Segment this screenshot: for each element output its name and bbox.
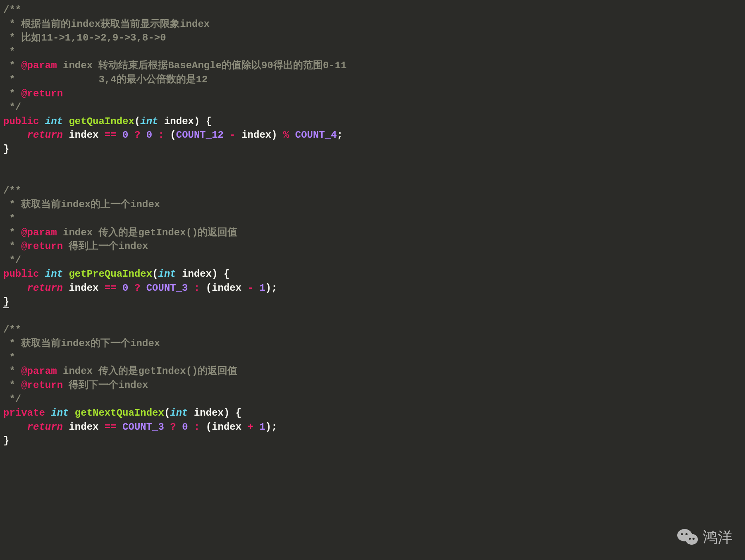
operator: == [105,282,117,294]
operator: - [229,129,235,141]
javadoc-line: * 根据当前的index获取当前显示限象index [3,19,210,30]
javadoc-line: */ [3,102,21,113]
variable: index [212,282,241,294]
semicolon: ; [271,282,277,294]
constant: COUNT_3 [122,421,164,433]
javadoc-line: /** [3,185,21,196]
code-editor[interactable]: /** * 根据当前的index获取当前显示限象index * 比如11->1,… [0,0,745,448]
number-literal: 0 [122,129,128,141]
type-keyword: int [140,116,158,127]
type-keyword: int [45,116,63,127]
javadoc-line: * [3,60,21,71]
modifier-keyword: public [3,116,39,127]
return-keyword: return [27,282,63,294]
paren: ( [152,268,158,280]
paren: ( [134,116,140,127]
return-tag: @return [21,380,63,391]
variable: index [69,129,98,141]
javadoc-line: * [3,241,21,252]
javadoc-line: * 3,4的最小公倍数的是12 [3,74,208,85]
number-literal: 0 [122,282,128,294]
brace: { [206,116,212,127]
variable: index [69,282,98,294]
semicolon: ; [271,421,277,433]
method-name: getPreQuaIndex [69,268,152,280]
constant: COUNT_4 [295,129,337,141]
operator: ? [134,282,140,294]
paren: ) [265,282,271,294]
paren: ( [206,421,212,433]
variable: index [69,421,98,433]
paren: ) [265,421,271,433]
operator: : [158,129,164,141]
javadoc-text: 得到上一个index [63,241,148,252]
paren: ) [194,116,200,127]
javadoc-line: * [3,213,15,224]
paren: ) [212,268,217,280]
javadoc-line: /** [3,5,21,16]
variable: index [212,421,241,433]
javadoc-line: /** [3,324,21,335]
variable: index [241,129,271,141]
paren: ) [271,129,277,141]
constant: COUNT_12 [176,129,224,141]
paren: ( [206,282,212,294]
number-literal: 0 [146,129,152,141]
operator: % [283,129,289,141]
javadoc-line: * [3,227,21,238]
operator: ? [134,129,140,141]
wechat-icon [676,527,700,547]
javadoc-text: 得到下一个index [63,380,148,391]
paren: ( [164,407,170,419]
type-keyword: int [158,268,176,280]
number-literal: 1 [259,282,265,294]
javadoc-line: * 比如11->1,10->2,9->3,8->0 [3,32,166,43]
brace: { [236,407,241,419]
return-keyword: return [27,421,63,433]
brace: } [3,144,9,155]
operator: - [248,282,253,294]
method-name: getNextQuaIndex [75,407,164,419]
operator: ? [170,421,176,433]
javadoc-text: index 传入的是getIndex()的返回值 [57,366,238,377]
constant: COUNT_3 [146,282,188,294]
return-tag: @return [21,241,63,252]
javadoc-text: index 转动结束后根据BaseAngle的值除以90得出的范围0-11 [57,60,347,71]
semicolon: ; [337,129,343,141]
paren: ) [224,407,229,419]
param-tag: @param [21,227,57,238]
operator: == [105,421,117,433]
param-name: index [182,268,212,280]
javadoc-line: * 获取当前index的下一个index [3,338,160,349]
javadoc-line: * [3,366,21,377]
paren: ( [170,129,176,141]
operator: == [105,129,117,141]
method-name: getQuaIndex [69,116,134,127]
return-keyword: return [27,129,63,141]
modifier-keyword: private [3,407,45,419]
javadoc-text: index 传入的是getIndex()的返回值 [57,227,238,238]
watermark-text: 鸿洋 [703,527,733,548]
javadoc-line: */ [3,394,21,405]
type-keyword: int [51,407,69,419]
brace: } [3,435,9,446]
javadoc-line: * [3,88,21,99]
javadoc-line: * 获取当前index的上一个index [3,199,160,210]
param-name: index [164,116,194,127]
javadoc-line: * [3,352,15,363]
brace: { [224,268,229,280]
type-keyword: int [170,407,188,419]
javadoc-line: */ [3,255,21,266]
javadoc-line: * [3,380,21,391]
number-literal: 1 [259,421,265,433]
param-name: index [194,407,224,419]
javadoc-line: * [3,46,15,57]
operator: : [194,282,200,294]
type-keyword: int [45,268,63,280]
operator: : [194,421,200,433]
param-tag: @param [21,366,57,377]
watermark: 鸿洋 [676,527,733,548]
param-tag: @param [21,60,57,71]
modifier-keyword: public [3,268,39,280]
number-literal: 0 [182,421,188,433]
